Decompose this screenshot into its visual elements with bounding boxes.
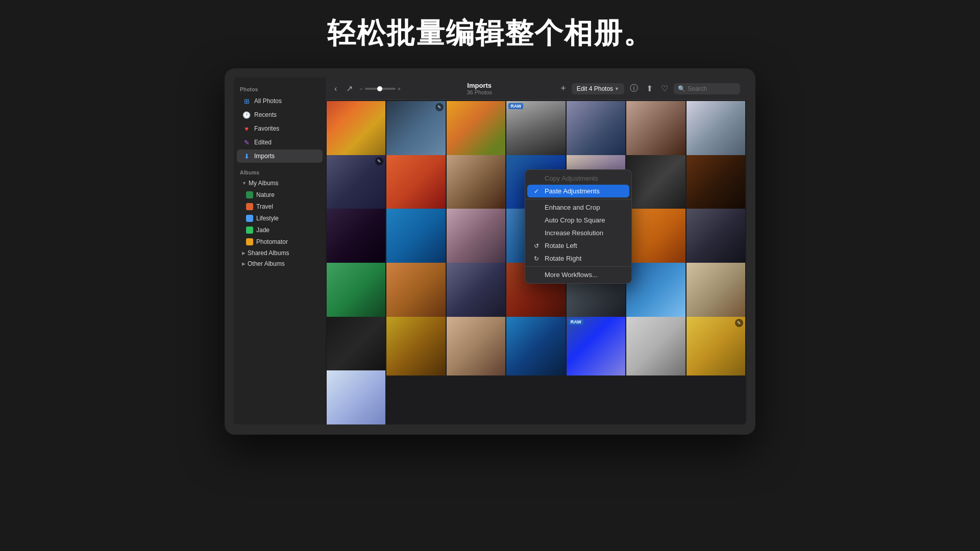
photo-cell-2[interactable]: ✎ — [386, 101, 445, 160]
edit-badge-2: ✎ — [435, 103, 444, 111]
photo-cell-30[interactable] — [386, 317, 445, 375]
photo-cell-7[interactable] — [687, 101, 745, 160]
more-workflows-label: More Workflows... — [545, 271, 598, 279]
all-photos-icon: ⊞ — [242, 96, 251, 106]
sidebar-label-favorites: Favorites — [254, 125, 279, 132]
sidebar-item-imports[interactable]: ⬇ Imports — [237, 149, 323, 163]
shared-albums-item[interactable]: ▶ Shared Albums — [237, 248, 323, 258]
photo-cell-21[interactable] — [687, 209, 745, 267]
photo-cell-6[interactable] — [626, 101, 685, 160]
imports-title: Imports — [401, 82, 558, 89]
add-button[interactable]: + — [558, 82, 569, 95]
menu-item-rotate-left[interactable]: ↺ Rotate Left — [525, 239, 631, 252]
menu-item-enhance[interactable]: Enhance and Crop — [525, 201, 631, 214]
favorite-button[interactable]: ♡ — [658, 82, 671, 95]
search-icon: 🔍 — [678, 85, 685, 92]
sidebar-label-jade: Jade — [256, 227, 270, 234]
photo-cell-8[interactable]: ✎ — [327, 155, 385, 214]
menu-item-paste-adj[interactable]: ✓ Paste Adjustments — [527, 185, 629, 197]
increase-res-label: Increase Resolution — [545, 229, 603, 237]
photo-cell-13[interactable] — [626, 155, 685, 214]
menu-item-rotate-right[interactable]: ↻ Rotate Right — [525, 252, 631, 265]
photo-cell-28[interactable] — [687, 263, 745, 321]
photo-cell-33[interactable]: RAW — [567, 317, 625, 375]
photo-cell-24[interactable] — [447, 263, 505, 321]
main-content: ‹ ↗ − + Imports 36 Photos — [326, 78, 746, 424]
photo-cell-23[interactable] — [386, 263, 445, 321]
sidebar-item-edited[interactable]: ✎ Edited — [237, 136, 323, 149]
zoom-control: − + — [359, 86, 401, 92]
edited-icon: ✎ — [242, 138, 251, 147]
photo-cell-14[interactable] — [687, 155, 745, 214]
travel-color — [246, 203, 253, 210]
my-albums-header[interactable]: ▼ My Albums — [237, 178, 323, 189]
menu-item-more-workflows[interactable]: More Workflows... — [525, 268, 631, 281]
zoom-min-icon: − — [359, 86, 362, 92]
albums-section-label: Albums — [234, 167, 326, 177]
toolbar-title: Imports 36 Photos — [401, 82, 558, 95]
sidebar-item-nature[interactable]: Nature — [241, 189, 323, 201]
copy-adj-label: Copy Adjustments — [545, 174, 598, 182]
photo-cell-27[interactable] — [626, 263, 685, 321]
menu-item-copy-adj[interactable]: Copy Adjustments — [525, 172, 631, 185]
photo-cell-31[interactable] — [447, 317, 505, 375]
sidebar-item-lifestyle[interactable]: Lifestyle — [241, 213, 323, 224]
zoom-slider[interactable] — [365, 88, 396, 90]
menu-item-increase-res[interactable]: Increase Resolution — [525, 227, 631, 239]
photo-cell-22[interactable] — [327, 263, 385, 321]
menu-item-auto-crop[interactable]: Auto Crop to Square — [525, 214, 631, 227]
menu-separator-2 — [525, 266, 631, 267]
other-albums-chevron: ▶ — [242, 261, 246, 266]
my-albums-chevron: ▼ — [242, 181, 247, 186]
share-button[interactable]: ⬆ — [644, 82, 655, 95]
sidebar-label-all-photos: All Photos — [254, 97, 282, 105]
edit-badge-8: ✎ — [375, 157, 383, 165]
photo-cell-9[interactable] — [386, 155, 445, 214]
sidebar-item-photomator[interactable]: Photomator — [241, 236, 323, 247]
photo-cell-17[interactable] — [447, 209, 505, 267]
photo-cell-5[interactable] — [567, 101, 625, 160]
zoom-thumb — [377, 86, 382, 91]
photo-cell-4[interactable]: RAW — [506, 101, 565, 160]
photo-cell-10[interactable] — [447, 155, 505, 214]
jade-color — [246, 227, 253, 234]
enhance-label: Enhance and Crop — [545, 204, 600, 211]
menu-separator-1 — [525, 199, 631, 199]
search-input[interactable] — [688, 85, 733, 92]
my-albums-label: My Albums — [249, 180, 279, 187]
laptop-screen: Photos ⊞ All Photos 🕐 Recents ♥ Favorite… — [234, 78, 746, 424]
photo-cell-15[interactable] — [327, 209, 385, 267]
edit-badge-35: ✎ — [735, 319, 743, 327]
info-button[interactable]: ⓘ — [627, 82, 641, 95]
photo-cell-29[interactable] — [327, 317, 385, 375]
sidebar-item-jade[interactable]: Jade — [241, 224, 323, 236]
photo-cell-32[interactable] — [506, 317, 565, 375]
other-albums-item[interactable]: ▶ Other Albums — [237, 259, 323, 269]
sidebar-item-recents[interactable]: 🕐 Recents — [237, 108, 323, 121]
rotate-right-label: Rotate Right — [545, 255, 581, 262]
action-button[interactable]: ↗ — [344, 82, 355, 95]
photo-cell-20[interactable] — [626, 209, 685, 267]
sidebar-label-travel: Travel — [256, 203, 273, 210]
photo-cell-36[interactable] — [327, 370, 385, 424]
sidebar: Photos ⊞ All Photos 🕐 Recents ♥ Favorite… — [234, 78, 326, 424]
photo-cell-1[interactable] — [327, 101, 385, 160]
search-box[interactable]: 🔍 — [674, 83, 740, 94]
sidebar-item-favorites[interactable]: ♥ Favorites — [237, 122, 323, 135]
photos-section-label: Photos — [234, 84, 326, 94]
shared-albums-chevron: ▶ — [242, 251, 246, 256]
edit-photos-button[interactable]: Edit 4 Photos ▼ — [572, 83, 624, 94]
rotate-right-icon: ↻ — [532, 255, 541, 262]
photo-cell-16[interactable] — [386, 209, 445, 267]
imports-count: 36 Photos — [401, 89, 558, 95]
back-button[interactable]: ‹ — [332, 83, 339, 95]
photo-cell-3[interactable] — [447, 101, 505, 160]
sidebar-label-lifestyle: Lifestyle — [256, 215, 279, 222]
app-window: Photos ⊞ All Photos 🕐 Recents ♥ Favorite… — [234, 78, 746, 424]
photo-cell-35[interactable]: ✎ — [687, 317, 745, 375]
sidebar-label-edited: Edited — [254, 139, 272, 146]
sidebar-item-travel[interactable]: Travel — [241, 201, 323, 212]
rotate-left-label: Rotate Left — [545, 242, 577, 249]
sidebar-item-all-photos[interactable]: ⊞ All Photos — [237, 94, 323, 108]
photo-cell-34[interactable] — [626, 317, 685, 375]
